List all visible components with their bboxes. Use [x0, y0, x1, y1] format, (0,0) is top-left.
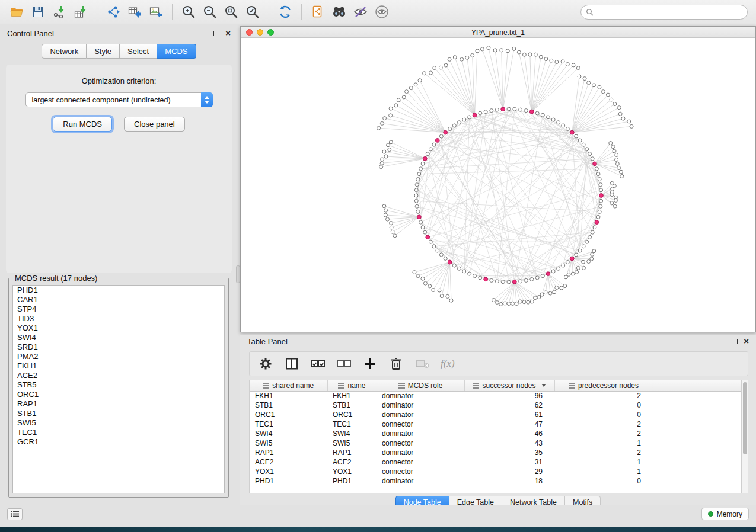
close-table-panel-icon[interactable]: ×	[744, 338, 749, 344]
column-header-predecessor-nodes[interactable]: predecessor nodes	[554, 380, 653, 391]
show-hide-icon[interactable]	[371, 2, 393, 22]
function-builder-icon[interactable]: f(x)	[441, 358, 455, 370]
column-header-name[interactable]: name	[327, 380, 377, 391]
mcds-result-item[interactable]: TID3	[13, 314, 224, 323]
deselect-all-icon[interactable]	[336, 356, 352, 371]
mcds-result-item[interactable]: ACE2	[13, 371, 224, 380]
mcds-result-item[interactable]: STP4	[13, 305, 224, 314]
mcds-result-item[interactable]: RAP1	[13, 399, 224, 409]
mcds-result-item[interactable]: PMA2	[13, 352, 224, 361]
table-options-icon[interactable]	[258, 356, 273, 371]
table-row[interactable]: ORC1ORC1dominator610	[250, 410, 741, 419]
column-type-icon	[473, 383, 479, 389]
table-panel-title: Table Panel	[247, 337, 288, 346]
network-window-titlebar[interactable]: YPA_prune.txt_1	[241, 27, 755, 38]
search-input[interactable]	[594, 8, 747, 17]
mcds-result-item[interactable]: YOX1	[13, 323, 224, 333]
tab-style[interactable]: Style	[87, 44, 120, 59]
toolbar-separator	[301, 4, 302, 20]
float-table-panel-icon[interactable]	[732, 339, 738, 344]
table-scrollbar[interactable]	[742, 380, 748, 493]
add-column-icon[interactable]	[362, 356, 378, 371]
mcds-result-item[interactable]: STB1	[13, 409, 224, 418]
table-row[interactable]: ACE2ACE2connector311	[250, 457, 741, 467]
table-row[interactable]: PHD1PHD1dominator180	[250, 476, 741, 486]
status-list-button[interactable]	[7, 508, 23, 520]
zoom-out-icon[interactable]	[199, 2, 221, 22]
network-window: YPA_prune.txt_1	[240, 26, 756, 332]
save-icon[interactable]	[27, 2, 49, 22]
refresh-view-icon[interactable]	[275, 2, 296, 22]
table-row[interactable]: YOX1YOX1connector291	[250, 467, 741, 476]
window-minimize-icon[interactable]	[257, 29, 263, 36]
mcds-result-item[interactable]: GCR1	[13, 437, 224, 447]
mcds-result-item[interactable]: CAR1	[13, 295, 224, 305]
table-row[interactable]: SWI5SWI5connector431	[250, 438, 741, 448]
clipboard-share-icon[interactable]	[307, 2, 328, 22]
mcds-result-item[interactable]: PHD1	[13, 286, 224, 295]
column-header-shared-name[interactable]: shared name	[250, 380, 327, 391]
mcds-result-item[interactable]: ORC1	[13, 390, 224, 399]
table-toolbar: f(x)	[249, 351, 748, 376]
optimization-criterion-select[interactable]: largest connected component (undirected)	[25, 92, 213, 107]
mcds-result-item[interactable]: SRD1	[13, 342, 224, 352]
mcds-result-item[interactable]: STB5	[13, 380, 224, 390]
network-canvas[interactable]	[241, 38, 755, 332]
toggle-graphics-details-icon[interactable]	[350, 2, 371, 22]
show-hide-columns-icon[interactable]	[284, 356, 299, 371]
sort-dropdown-icon[interactable]	[541, 384, 546, 387]
table-row[interactable]: TEC1TEC1connector472	[250, 419, 741, 429]
network-view[interactable]	[241, 38, 755, 332]
close-panel-icon[interactable]: ×	[225, 30, 231, 36]
column-header-mcds-role[interactable]: MCDS role	[377, 380, 464, 391]
delete-columns-icon[interactable]	[388, 356, 404, 371]
column-header-successor-nodes[interactable]: successor nodes	[464, 380, 554, 391]
table-row[interactable]: STB1STB1dominator620	[250, 400, 741, 410]
node-table-body: FKH1FKH1dominator962STB1STB1dominator620…	[250, 391, 741, 486]
mcds-result-item[interactable]: SWI4	[13, 333, 224, 342]
memory-label: Memory	[717, 510, 742, 518]
tab-mcds[interactable]: MCDS	[157, 44, 196, 59]
optimization-criterion-value: largest connected component (undirected)	[26, 96, 201, 104]
table-row[interactable]: SWI4SWI4dominator462	[250, 429, 741, 438]
panel-divider-grip[interactable]	[236, 265, 240, 283]
toolbar-separator	[97, 4, 97, 20]
search-box[interactable]	[580, 5, 748, 20]
column-header-filler	[653, 380, 741, 391]
zoom-fit-icon[interactable]	[221, 2, 242, 22]
find-icon[interactable]	[328, 2, 350, 22]
memory-button[interactable]: Memory	[701, 508, 749, 520]
memory-status-icon	[708, 511, 713, 517]
export-network-icon[interactable]	[103, 2, 124, 22]
zoom-selected-icon[interactable]	[242, 2, 263, 22]
application-window: Control Panel × Network Style Select MCD…	[0, 0, 756, 527]
export-table-icon[interactable]	[124, 2, 145, 22]
import-table-file-icon[interactable]	[70, 2, 91, 22]
status-bar: Memory	[0, 505, 756, 523]
tab-network[interactable]: Network	[42, 44, 87, 59]
open-file-icon[interactable]	[6, 2, 27, 22]
run-mcds-button[interactable]: Run MCDS	[53, 117, 112, 132]
window-zoom-icon[interactable]	[267, 29, 274, 36]
close-panel-button[interactable]: Close panel	[124, 117, 185, 132]
window-close-icon[interactable]	[246, 29, 253, 36]
float-panel-icon[interactable]	[213, 31, 219, 36]
clear-disabled-icon[interactable]	[414, 356, 430, 371]
mcds-result-item[interactable]: TEC1	[13, 428, 224, 437]
mcds-result-item[interactable]: FKH1	[13, 361, 224, 371]
table-scrollbar-thumb[interactable]	[743, 382, 747, 454]
select-all-icon[interactable]	[310, 356, 326, 371]
zoom-in-icon[interactable]	[178, 2, 199, 22]
export-image-icon[interactable]	[145, 2, 167, 22]
table-row[interactable]: FKH1FKH1dominator962	[250, 391, 741, 400]
optimization-criterion-label: Optimization criterion:	[6, 65, 232, 85]
control-panel-tabs: Network Style Select MCDS	[0, 44, 238, 59]
table-header-row: shared name name MCDS role successor nod…	[250, 380, 741, 391]
table-row[interactable]: RAP1RAP1dominator352	[250, 448, 741, 457]
tab-select[interactable]: Select	[120, 44, 157, 59]
mcds-result-fieldset: MCDS result (17 nodes) PHD1CAR1STP4TID3Y…	[8, 274, 229, 498]
mcds-result-list: PHD1CAR1STP4TID3YOX1SWI4SRD1PMA2FKH1ACE2…	[12, 285, 225, 493]
mcds-result-item[interactable]: SWI5	[13, 418, 224, 428]
import-network-file-icon[interactable]	[49, 2, 70, 22]
dropdown-stepper-icon	[201, 92, 213, 107]
